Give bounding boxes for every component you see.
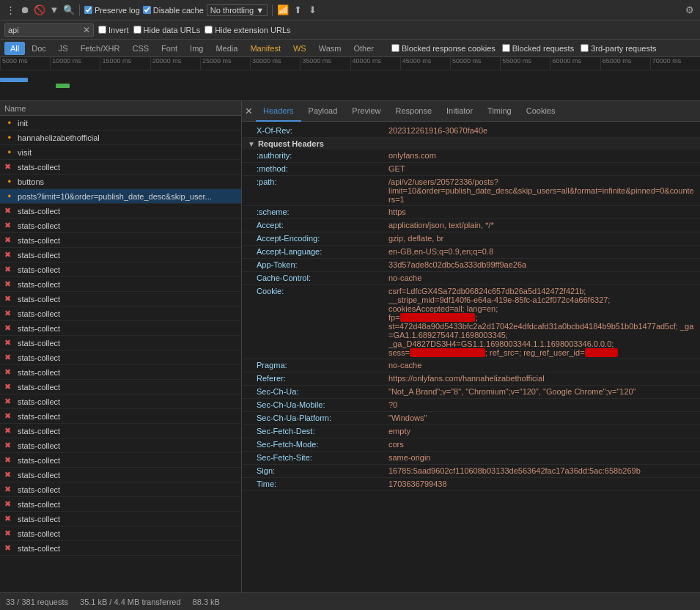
orange-icon: 🔸 [4, 133, 15, 143]
list-item[interactable]: ✖ stats-collect [0, 336, 241, 350]
request-list: Name 🔸 init 🔸 hannahelizabethofficial 🔸 … [0, 101, 242, 592]
error-icon: ✖ [4, 323, 15, 334]
stop-recording-icon[interactable]: ⏺ [19, 4, 31, 16]
error-icon: ✖ [4, 499, 15, 510]
error-icon: ✖ [4, 397, 15, 407]
header-row-referer: Referer: https://onlyfans.com/hannaheliz… [242, 372, 700, 386]
upload-icon: ⬆ [292, 4, 303, 16]
tab-initiator[interactable]: Initiator [439, 101, 480, 122]
download-icon: ⬇ [306, 4, 318, 16]
invert-checkbox[interactable]: Invert [98, 26, 129, 34]
search-box[interactable]: ✕ [4, 23, 94, 37]
list-item[interactable]: ✖ stats-collect [0, 424, 241, 438]
list-item[interactable]: ✖ stats-collect [0, 365, 241, 380]
error-icon: ✖ [4, 543, 15, 554]
main-split: Name 🔸 init 🔸 hannahelizabethofficial 🔸 … [0, 101, 700, 592]
error-icon: ✖ [4, 221, 15, 231]
tab-response[interactable]: Response [388, 101, 439, 122]
close-detail-button[interactable]: ✕ [245, 106, 253, 117]
list-item[interactable]: 🔸 buttons [0, 174, 241, 189]
filter-icon[interactable]: ▼ [48, 4, 60, 16]
devtools-menu-icon[interactable]: ⋮ [4, 4, 16, 16]
tab-ws[interactable]: WS [287, 42, 312, 55]
list-item[interactable]: ✖ stats-collect [0, 350, 241, 365]
search-input[interactable] [8, 26, 81, 34]
error-icon: ✖ [4, 470, 15, 480]
disable-cache-checkbox[interactable]: Disable cache [143, 6, 204, 15]
preserve-log-checkbox[interactable]: Preserve log [84, 6, 140, 15]
tick-10: 50000 ms [450, 57, 500, 70]
tab-media[interactable]: Media [210, 42, 243, 55]
resource-size: 88.3 kB [193, 598, 220, 606]
hide-data-urls-checkbox[interactable]: Hide data URLs [133, 26, 201, 34]
clear-icon[interactable]: 🚫 [34, 4, 45, 16]
error-icon: ✖ [4, 235, 15, 246]
list-item[interactable]: ✖ stats-collect [0, 453, 241, 468]
tab-headers[interactable]: Headers [256, 101, 301, 122]
wifi-icon: 📶 [277, 4, 289, 16]
list-item[interactable]: 🔸 hannahelizabethofficial [0, 131, 241, 145]
tab-img[interactable]: Img [184, 42, 209, 55]
tab-css[interactable]: CSS [126, 42, 155, 55]
tick-3: 15000 ms [100, 57, 150, 70]
tab-fetch-xhr[interactable]: Fetch/XHR [75, 42, 126, 55]
list-item[interactable]: ✖ stats-collect [0, 497, 241, 512]
list-item[interactable]: ✖ stats-collect [0, 380, 241, 394]
third-party-requests-checkbox[interactable]: 3rd-party requests [581, 44, 656, 53]
tab-timing[interactable]: Timing [480, 101, 519, 122]
tab-doc[interactable]: Doc [26, 42, 52, 55]
list-item[interactable]: ✖ stats-collect [0, 468, 241, 482]
list-item[interactable]: ✖ stats-collect [0, 233, 241, 248]
hide-extension-urls-checkbox[interactable]: Hide extension URLs [205, 26, 290, 34]
header-row-sign: Sign: 16785:5aad9602cf110608b03133de5636… [242, 465, 700, 478]
orange-icon: 🔸 [4, 177, 15, 187]
list-item[interactable]: 🔸 visit [0, 145, 241, 160]
sub-tabs: ✕ Headers Payload Preview Response Initi… [242, 101, 700, 122]
list-item[interactable]: ✖ stats-collect [0, 277, 241, 292]
tab-manifest[interactable]: Manifest [244, 42, 287, 55]
list-item-selected[interactable]: 🔸 posts?limit=10&order=publish_date_desc… [0, 189, 241, 204]
blocked-cookies-checkbox[interactable]: Blocked response cookies [391, 44, 495, 53]
error-icon: ✖ [4, 367, 15, 378]
list-item[interactable]: ✖ stats-collect [0, 262, 241, 277]
list-item[interactable]: ✖ stats-collect [0, 482, 241, 497]
header-row-method: :method: GET [242, 163, 700, 176]
error-icon: ✖ [4, 514, 15, 524]
list-item[interactable]: ✖ stats-collect [0, 160, 241, 174]
list-item[interactable]: ✖ stats-collect [0, 248, 241, 262]
error-icon: ✖ [4, 353, 15, 363]
settings-icon[interactable]: ⚙ [684, 4, 696, 16]
tab-other[interactable]: Other [347, 42, 380, 55]
list-item[interactable]: 🔸 init [0, 116, 241, 131]
tab-cookies[interactable]: Cookies [519, 101, 563, 122]
blocked-requests-checkbox[interactable]: Blocked requests [502, 44, 574, 53]
clear-search-button[interactable]: ✕ [83, 26, 90, 34]
list-item[interactable]: ✖ stats-collect [0, 512, 241, 526]
requests-count: 33 / 381 requests [6, 598, 68, 606]
list-item[interactable]: ✖ stats-collect [0, 409, 241, 424]
error-icon: ✖ [4, 455, 15, 466]
tab-font[interactable]: Font [155, 42, 183, 55]
list-item[interactable]: ✖ stats-collect [0, 394, 241, 409]
list-item[interactable]: ✖ stats-collect [0, 321, 241, 336]
list-item[interactable]: ✖ stats-collect [0, 306, 241, 321]
list-item[interactable]: ✖ stats-collect [0, 204, 241, 218]
header-row-sec-fetch-dest: Sec-Fetch-Dest: empty [242, 425, 700, 438]
request-headers-title[interactable]: ▼ Request Headers [242, 138, 700, 150]
list-item[interactable]: ✖ stats-collect [0, 541, 241, 556]
throttle-select[interactable]: No throttling ▼ [207, 4, 268, 16]
collapse-arrow-icon: ▼ [248, 140, 255, 148]
tick-6: 30000 ms [250, 57, 300, 70]
list-item[interactable]: ✖ stats-collect [0, 438, 241, 453]
timeline-item-1 [0, 78, 28, 82]
tab-wasm[interactable]: Wasm [313, 42, 347, 55]
list-item[interactable]: ✖ stats-collect [0, 526, 241, 541]
header-row-authority: :authority: onlyfans.com [242, 150, 700, 163]
tab-js[interactable]: JS [53, 42, 74, 55]
list-item[interactable]: ✖ stats-collect [0, 292, 241, 306]
tab-preview[interactable]: Preview [345, 101, 388, 122]
tab-all[interactable]: All [4, 42, 25, 55]
tab-payload[interactable]: Payload [301, 101, 345, 122]
search-icon[interactable]: 🔍 [63, 4, 75, 16]
list-item[interactable]: ✖ stats-collect [0, 218, 241, 233]
